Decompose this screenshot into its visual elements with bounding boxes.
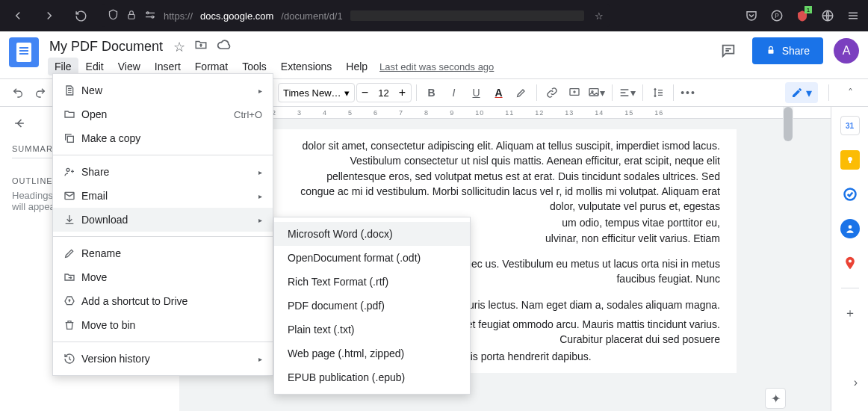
download-rtf[interactable]: Rich Text Format (.rtf)	[274, 270, 470, 294]
download-icon	[63, 214, 81, 226]
menu-extensions[interactable]: Extensions	[274, 58, 338, 75]
file-menu-download[interactable]: Download▸	[53, 208, 273, 232]
move-icon	[63, 271, 81, 283]
account-icon[interactable]: P	[769, 8, 784, 23]
svg-point-2	[152, 16, 154, 18]
download-submenu: Microsoft Word (.docx) OpenDocument form…	[273, 217, 471, 395]
download-html[interactable]: Web page (.html, zipped)	[274, 342, 470, 365]
pocket-icon[interactable]	[744, 8, 759, 23]
keep-icon[interactable]	[840, 150, 860, 170]
add-addon-icon[interactable]: ＋	[840, 303, 860, 323]
file-menu: New▸ OpenCtrl+O Make a copy Share▸ Email…	[52, 73, 273, 376]
bookmark-star-icon[interactable]: ☆	[595, 10, 604, 22]
tasks-icon[interactable]	[840, 185, 860, 204]
download-txt[interactable]: Plain text (.txt)	[274, 318, 470, 342]
file-menu-email[interactable]: Email▸	[53, 184, 273, 208]
underline-button[interactable]: U	[466, 82, 487, 103]
move-folder-icon[interactable]	[194, 38, 208, 55]
insert-comment-button[interactable]	[564, 82, 585, 103]
font-size-plus[interactable]: +	[394, 86, 411, 99]
download-odt[interactable]: OpenDocument format (.odt)	[274, 246, 470, 270]
svg-point-13	[848, 225, 852, 229]
cloud-status-icon[interactable]	[217, 37, 232, 56]
file-menu-new[interactable]: New▸	[53, 78, 273, 102]
comments-button[interactable]	[715, 37, 742, 64]
share-button[interactable]: Share	[752, 37, 823, 64]
url-domain: docs.google.com	[200, 10, 273, 22]
docs-header: My PDF Document ☆ File Edit View Insert …	[0, 31, 868, 75]
side-panel-collapse-icon[interactable]: ›	[854, 376, 858, 389]
svg-rect-6	[768, 49, 773, 53]
docs-logo[interactable]	[9, 37, 39, 67]
line-spacing-button[interactable]	[648, 82, 669, 103]
permissions-icon	[144, 9, 156, 23]
file-menu-version-history[interactable]: Version history▸	[53, 347, 273, 371]
scrollbar[interactable]	[783, 107, 793, 411]
privacy-badger-icon[interactable]: 1	[795, 8, 810, 23]
font-size-value[interactable]: 12	[373, 87, 394, 99]
menu-help[interactable]: Help	[339, 58, 374, 75]
doc-text: dolor sit amet, consectetur adipiscing e…	[290, 138, 720, 214]
collapse-toolbar-button[interactable]: ˄	[840, 82, 861, 103]
font-size-minus[interactable]: −	[357, 86, 373, 99]
undo-button[interactable]	[7, 82, 28, 103]
editing-mode-button[interactable]: ▾	[785, 82, 818, 103]
separator	[673, 84, 674, 101]
lock-icon	[766, 45, 776, 58]
download-docx[interactable]: Microsoft Word (.docx)	[274, 222, 470, 246]
document-title[interactable]: My PDF Document	[48, 37, 164, 56]
trash-icon	[63, 319, 81, 331]
explore-button[interactable]: ✦	[765, 388, 786, 409]
extension-globe-icon[interactable]	[820, 8, 835, 23]
font-selector[interactable]: Times New…▾	[278, 83, 355, 102]
star-icon[interactable]: ☆	[173, 39, 185, 55]
more-button[interactable]: •••	[678, 82, 699, 103]
file-menu-move[interactable]: Move	[53, 265, 273, 289]
back-arrow-icon[interactable]	[12, 116, 27, 134]
align-button[interactable]: ▾	[617, 82, 638, 103]
download-epub[interactable]: EPUB publication (.epub)	[274, 365, 470, 389]
svg-point-14	[848, 259, 851, 262]
separator	[828, 84, 829, 101]
last-edit-link[interactable]: Last edit was seconds ago	[379, 61, 494, 72]
file-menu-rename[interactable]: Rename	[53, 241, 273, 265]
url-obscured	[350, 10, 584, 21]
insert-image-button[interactable]: ▾	[586, 82, 607, 103]
ruler[interactable]: 12345678910111213141516	[179, 107, 831, 119]
svg-point-10	[848, 157, 852, 161]
copy-icon	[63, 132, 81, 144]
file-menu-make-copy[interactable]: Make a copy	[53, 126, 273, 150]
highlight-button[interactable]	[511, 82, 532, 103]
contacts-icon[interactable]	[840, 219, 860, 238]
reload-button[interactable]	[70, 5, 91, 26]
side-panel: 31 ＋	[831, 107, 868, 411]
text-color-button[interactable]: A	[489, 82, 509, 103]
separator	[642, 84, 643, 101]
download-pdf[interactable]: PDF document (.pdf)	[274, 294, 470, 318]
address-bar[interactable]: https://docs.google.com/document/d/1 ☆	[102, 4, 610, 27]
bold-button[interactable]: B	[421, 82, 442, 103]
file-menu-share[interactable]: Share▸	[53, 160, 273, 184]
file-menu-open[interactable]: OpenCtrl+O	[53, 102, 273, 126]
separator	[612, 84, 613, 101]
back-button[interactable]	[7, 5, 28, 26]
avatar[interactable]: A	[834, 38, 859, 64]
history-icon	[63, 353, 81, 365]
svg-text:P: P	[775, 13, 779, 19]
scrollbar-thumb[interactable]	[784, 107, 793, 141]
file-menu-add-shortcut[interactable]: Add a shortcut to Drive	[53, 289, 273, 313]
redo-button[interactable]	[30, 82, 51, 103]
calendar-icon[interactable]: 31	[840, 116, 860, 135]
italic-button[interactable]: I	[444, 82, 465, 103]
maps-icon[interactable]	[840, 253, 860, 273]
forward-button[interactable]	[39, 5, 60, 26]
separator	[536, 84, 537, 101]
drive-shortcut-icon	[63, 295, 81, 307]
insert-link-button[interactable]	[542, 82, 562, 103]
url-scheme: https://	[164, 10, 193, 22]
document-icon	[63, 84, 81, 96]
share-icon	[63, 166, 81, 178]
hamburger-menu-icon[interactable]	[846, 8, 861, 23]
folder-icon	[63, 108, 81, 120]
file-menu-move-to-bin[interactable]: Move to bin	[53, 313, 273, 337]
